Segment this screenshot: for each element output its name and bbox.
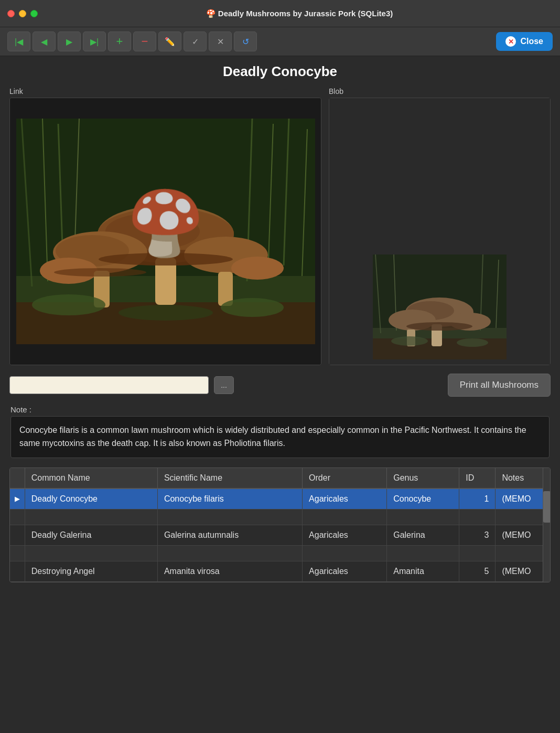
svg-point-44	[457, 338, 488, 347]
col-header-order: Order	[303, 468, 387, 488]
table-scrollbar[interactable]	[543, 468, 550, 582]
add-record-button[interactable]: +	[108, 31, 131, 51]
cell-notes: (MEMO	[496, 525, 550, 545]
cell-order	[303, 545, 387, 561]
blob-section: Blob	[329, 87, 551, 365]
close-circle-icon: ✕	[505, 36, 516, 47]
svg-point-24	[99, 253, 233, 265]
table-header: Common Name Scientific Name Order Genus …	[10, 468, 550, 488]
cell-order: Agaricales	[303, 561, 387, 581]
next-record-button[interactable]: ▶	[58, 31, 81, 51]
cell-id	[459, 509, 496, 525]
cell-genus: Galerina	[387, 525, 459, 545]
table-row[interactable]	[10, 509, 550, 525]
prev-record-button[interactable]: ◀	[33, 31, 56, 51]
url-input[interactable]	[9, 376, 209, 394]
svg-point-43	[391, 336, 428, 346]
cell-scientific-name: Galerina autumnalis	[157, 525, 302, 545]
row-indicator: ▶	[10, 488, 25, 509]
refresh-button[interactable]: ↺	[234, 31, 257, 51]
cancel-button[interactable]: ✕	[209, 31, 232, 51]
col-header-id: ID	[459, 468, 496, 488]
cell-id: 1	[459, 488, 496, 509]
col-header-scientific-name: Scientific Name	[157, 468, 302, 488]
print-all-label: Print all Mushrooms	[460, 380, 539, 390]
minimize-traffic-light[interactable]	[19, 10, 26, 17]
note-section: Note : Conocybe filaris is a common lawn…	[9, 405, 551, 458]
link-image-box	[9, 98, 321, 365]
table-row[interactable]: ▶ Deadly Conocybe Conocybe filaris Agari…	[10, 488, 550, 509]
edit-record-button[interactable]: ✏️	[158, 31, 181, 51]
cell-order	[303, 509, 387, 525]
table-row[interactable]: Deadly Galerina Galerina autumnalis Agar…	[10, 525, 550, 545]
blob-image-placeholder	[329, 98, 550, 365]
svg-point-28	[119, 305, 213, 321]
col-header-common-name: Common Name	[25, 468, 157, 488]
last-record-button[interactable]: ▶|	[83, 31, 106, 51]
cell-genus	[387, 545, 459, 561]
blob-label: Blob	[329, 87, 551, 95]
cell-order: Agaricales	[303, 488, 387, 509]
url-row: ... Print all Mushrooms	[9, 370, 551, 400]
table-row[interactable]	[10, 545, 550, 561]
note-label: Note :	[10, 405, 550, 414]
svg-point-25	[54, 268, 146, 277]
confirm-button[interactable]: ✓	[184, 31, 207, 51]
cell-order: Agaricales	[303, 525, 387, 545]
close-button[interactable]: ✕ Close	[496, 32, 553, 51]
cell-scientific-name: Amanita virosa	[157, 561, 302, 581]
data-table-section: Common Name Scientific Name Order Genus …	[9, 468, 551, 582]
table-row[interactable]: Destroying Angel Amanita virosa Agarical…	[10, 561, 550, 581]
prev-icon: ◀	[41, 37, 47, 47]
cell-genus	[387, 509, 459, 525]
cell-genus: Conocybe	[387, 488, 459, 509]
title-bar: 🍄 Deadly Mushrooms by Jurassic Pork (SQL…	[0, 0, 560, 27]
cell-genus: Amanita	[387, 561, 459, 581]
first-record-button[interactable]: |◀	[7, 31, 30, 51]
table-body: ▶ Deadly Conocybe Conocybe filaris Agari…	[10, 488, 550, 582]
row-indicator	[10, 509, 25, 525]
close-traffic-light[interactable]	[7, 10, 15, 17]
cell-id: 3	[459, 525, 496, 545]
indicator-header	[10, 468, 25, 488]
note-text: Conocybe filaris is a common lawn mushro…	[10, 416, 550, 458]
cell-common-name	[25, 545, 157, 561]
row-indicator	[10, 561, 25, 581]
cell-id: 5	[459, 561, 496, 581]
record-title: Deadly Conocybe	[9, 63, 551, 80]
refresh-icon: ↺	[242, 37, 249, 47]
cell-common-name	[25, 509, 157, 525]
scrollbar-thumb[interactable]	[543, 491, 551, 523]
cell-scientific-name: Conocybe filaris	[157, 488, 302, 509]
next-icon: ▶	[66, 37, 72, 47]
window-title: 🍄 Deadly Mushrooms by Jurassic Pork (SQL…	[46, 9, 553, 18]
cell-common-name: Destroying Angel	[25, 561, 157, 581]
checkmark-icon: ✓	[192, 37, 199, 47]
maximize-traffic-light[interactable]	[30, 10, 38, 17]
col-header-genus: Genus	[387, 468, 459, 488]
blob-mushroom-image	[373, 254, 507, 359]
cancel-icon: ✕	[217, 37, 224, 47]
svg-point-26	[32, 294, 105, 315]
svg-point-20	[231, 257, 284, 280]
traffic-lights	[7, 10, 38, 17]
delete-icon: −	[142, 35, 148, 48]
cell-scientific-name	[157, 509, 302, 525]
print-all-button[interactable]: Print all Mushrooms	[448, 374, 551, 397]
cell-common-name: Deadly Conocybe	[25, 488, 157, 509]
svg-point-42	[406, 322, 472, 331]
ellipsis-icon: ...	[221, 381, 227, 389]
first-icon: |◀	[15, 37, 23, 47]
mushroom-photo-main	[16, 119, 315, 344]
ellipsis-button[interactable]: ...	[214, 376, 234, 394]
pencil-icon: ✏️	[165, 37, 175, 47]
row-indicator	[10, 525, 25, 545]
add-icon: +	[116, 35, 123, 48]
close-button-label: Close	[520, 37, 543, 46]
cell-notes	[496, 545, 550, 561]
cell-notes: (MEMO	[496, 488, 550, 509]
link-section: Link	[9, 87, 321, 365]
cell-notes	[496, 509, 550, 525]
delete-record-button[interactable]: −	[133, 31, 156, 51]
toolbar: |◀ ◀ ▶ ▶| + − ✏️ ✓ ✕ ↺ ✕ Close	[0, 27, 560, 56]
